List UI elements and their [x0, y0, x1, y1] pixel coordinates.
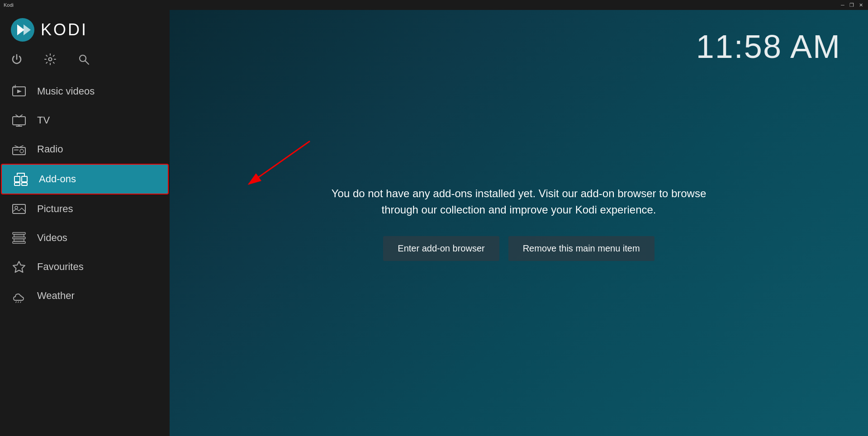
svg-rect-14 — [22, 183, 27, 185]
svg-rect-7 — [13, 117, 25, 125]
svg-rect-21 — [14, 239, 24, 242]
svg-line-23 — [16, 302, 16, 303]
app-name: KODI — [41, 20, 88, 39]
clock: 11:58 AM — [696, 28, 841, 65]
sidebar-label-favourites: Favourites — [37, 261, 84, 273]
main-container: KODI — [0, 10, 868, 436]
svg-rect-12 — [22, 176, 27, 182]
svg-line-24 — [18, 302, 19, 303]
arrow-annotation — [170, 137, 339, 209]
sidebar-item-music-videos[interactable]: Music videos — [0, 77, 170, 106]
weather-icon — [11, 288, 27, 304]
sidebar-item-radio[interactable]: Radio — [0, 135, 170, 164]
sidebar-label-pictures: Pictures — [37, 203, 73, 215]
sidebar-label-add-ons: Add-ons — [39, 173, 76, 185]
svg-line-27 — [249, 141, 310, 184]
radio-icon — [11, 141, 27, 157]
nav-items: Music videos TV — [0, 77, 170, 436]
titlebar-title: Kodi — [4, 2, 839, 8]
sidebar-item-pictures[interactable]: Pictures — [0, 194, 170, 223]
svg-rect-10 — [14, 149, 19, 151]
sidebar-label-weather: Weather — [37, 290, 75, 302]
favourites-icon — [11, 259, 27, 275]
music-videos-icon — [11, 83, 27, 100]
tv-icon — [11, 112, 27, 128]
sidebar-item-favourites[interactable]: Favourites — [0, 252, 170, 281]
svg-point-3 — [49, 58, 52, 61]
videos-icon — [11, 230, 27, 246]
minimize-button[interactable]: ─ — [839, 1, 846, 9]
titlebar: Kodi ─ ❐ ✕ — [0, 0, 868, 10]
sidebar-item-add-ons[interactable]: Add-ons — [1, 164, 169, 194]
svg-marker-22 — [13, 261, 25, 272]
svg-rect-20 — [14, 234, 24, 237]
action-buttons: Enter add-on browser Remove this main me… — [383, 236, 654, 261]
sidebar: KODI — [0, 10, 170, 436]
enter-addon-browser-button[interactable]: Enter add-on browser — [383, 236, 499, 261]
sidebar-item-tv[interactable]: TV — [0, 106, 170, 135]
power-icon[interactable] — [11, 53, 23, 68]
sidebar-label-tv: TV — [37, 114, 50, 126]
svg-line-25 — [20, 302, 21, 303]
center-content: You do not have any add-ons installed ye… — [315, 185, 722, 261]
svg-point-9 — [20, 149, 24, 153]
svg-rect-15 — [13, 204, 25, 213]
content-area: 11:58 AM You do not have any add-ons ins… — [170, 10, 868, 436]
close-button[interactable]: ✕ — [857, 1, 864, 9]
add-ons-icon — [13, 171, 29, 187]
logo-area: KODI — [0, 10, 170, 50]
info-text: You do not have any add-ons installed ye… — [315, 185, 722, 218]
svg-rect-11 — [14, 176, 20, 182]
sidebar-label-radio: Radio — [37, 143, 63, 155]
sidebar-item-videos[interactable]: Videos — [0, 223, 170, 252]
svg-rect-13 — [14, 183, 20, 185]
sidebar-label-music-videos: Music videos — [37, 85, 95, 97]
search-icon[interactable] — [78, 53, 90, 68]
settings-icon[interactable] — [44, 53, 56, 68]
controls-row — [0, 50, 170, 77]
restore-button[interactable]: ❐ — [848, 1, 855, 9]
sidebar-item-weather[interactable]: Weather — [0, 281, 170, 310]
kodi-logo-icon — [11, 18, 34, 42]
remove-menu-item-button[interactable]: Remove this main menu item — [508, 236, 655, 261]
titlebar-buttons: ─ ❐ ✕ — [839, 1, 864, 9]
sidebar-label-videos: Videos — [37, 232, 67, 244]
pictures-icon — [11, 201, 27, 217]
svg-line-5 — [85, 61, 89, 65]
